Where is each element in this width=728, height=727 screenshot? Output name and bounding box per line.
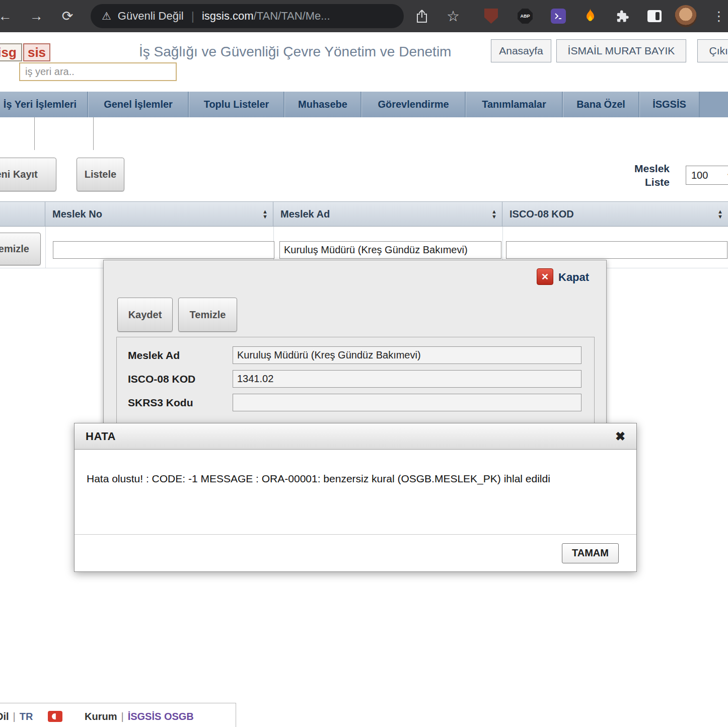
extensions-puzzle-icon[interactable] (615, 9, 629, 23)
nav-item-gorevlendirme[interactable]: Görevlendirme (361, 92, 466, 117)
error-message: Hata olustu! : CODE: -1 MESSAGE : ORA-00… (87, 473, 550, 484)
field-input-meslek-ad[interactable] (233, 346, 581, 364)
terminal-extension-icon[interactable] (551, 9, 566, 24)
page-size-value: 100 (691, 170, 708, 181)
field-label-meslek-ad: Meslek Ad (128, 349, 180, 361)
submenu-divider-right (93, 117, 94, 150)
nav-item-isgsis[interactable]: İSGSİS (639, 92, 700, 117)
error-dialog: HATA ✖ Hata olustu! : CODE: -1 MESSAGE :… (74, 423, 637, 572)
address-separator: | (191, 9, 194, 23)
url-domain[interactable]: isgsis.com (202, 10, 254, 23)
share-icon[interactable] (412, 0, 432, 32)
side-panel-icon[interactable] (647, 10, 662, 22)
workplace-search-input[interactable] (19, 62, 177, 81)
count-label-line2: Liste (645, 176, 670, 188)
save-button[interactable]: Kaydet (117, 298, 173, 332)
clear-button[interactable]: Temizle (178, 298, 237, 332)
column-label: Meslek No (52, 208, 102, 220)
page-title: İş Sağlığı ve Güvenliği Çevre Yönetim ve… (139, 44, 451, 60)
nav-item-bana-ozel[interactable]: Bana Özel (563, 92, 639, 117)
browser-toolbar: ← → ⟳ ⚠ Güvenli Değil | isgsis.com/TAN/T… (0, 0, 728, 32)
new-record-button[interactable]: Yeni Kayıt (0, 158, 56, 191)
error-dialog-title: HATA (86, 430, 116, 443)
adblock-plus-extension-icon[interactable]: ABP (518, 9, 533, 24)
table-header-meslek-ad[interactable]: Meslek Ad ▲▼ (273, 202, 502, 226)
sort-icon[interactable]: ▲▼ (262, 209, 268, 219)
language-value[interactable]: TR (20, 711, 33, 722)
main-nav: İş Yeri İşlemleri Genel İşlemler Toplu L… (0, 92, 728, 117)
reload-icon[interactable]: ⟳ (57, 0, 78, 32)
filter-meslek-no-input[interactable] (53, 241, 274, 259)
error-dialog-footer: TAMAM (75, 534, 636, 571)
not-secure-warning-icon: ⚠ (102, 10, 111, 22)
browser-menu-icon[interactable]: ⋮ (710, 0, 728, 32)
meslek-liste-label: Meslek Liste (612, 162, 670, 189)
column-label: Meslek Ad (280, 208, 330, 220)
org-label: Kurum (85, 711, 117, 722)
field-label-skrs3: SKRS3 Kodu (128, 397, 193, 409)
error-ok-button[interactable]: TAMAM (562, 543, 619, 563)
error-dialog-body: Hata olustu! : CODE: -1 MESSAGE : ORA-00… (75, 450, 636, 534)
footer-organization: Kurum|İSGSİS OSGB (85, 711, 194, 722)
nav-item-tanimlamalar[interactable]: Tanımlamalar (466, 92, 563, 117)
nav-item-muhasebe[interactable]: Muhasebe (284, 92, 361, 117)
nav-item-toplu-listeler[interactable]: Toplu Listeler (189, 92, 284, 117)
user-button[interactable]: İSMAİL MURAT BAYIK (556, 39, 686, 62)
profile-avatar[interactable] (675, 5, 697, 27)
error-dialog-close-icon[interactable]: ✖ (615, 429, 625, 444)
screen: ← → ⟳ ⚠ Güvenli Değil | isgsis.com/TAN/T… (0, 0, 728, 727)
url-path[interactable]: /TAN/TAN/Me... (254, 10, 330, 23)
forward-icon[interactable]: → (26, 0, 46, 32)
table-header: Meslek No ▲▼ Meslek Ad ▲▼ ISCO-08 KOD ▲▼ (0, 201, 728, 227)
filter-clear-button[interactable]: Temizle (0, 233, 41, 265)
security-status-label[interactable]: Güvenli Değil (118, 10, 184, 23)
table-header-meslek-no[interactable]: Meslek No ▲▼ (45, 202, 273, 226)
error-dialog-header: HATA ✖ (75, 423, 636, 450)
footer-language: Dil|TR (0, 711, 33, 722)
ublock-extension-icon[interactable] (484, 9, 498, 24)
nav-item-genel-islemler[interactable]: Genel İşlemler (88, 92, 189, 117)
logo-sis: sis (23, 43, 50, 61)
table-header-actions (0, 202, 45, 226)
modal-close-label[interactable]: Kapat (558, 271, 589, 284)
submenu-divider-left (34, 117, 35, 150)
list-button[interactable]: Listele (77, 158, 124, 191)
table-header-isco-kod[interactable]: ISCO-08 KOD ▲▼ (502, 202, 728, 226)
nav-item-is-yeri-islemleri[interactable]: İş Yeri İşlemleri (0, 92, 88, 117)
page-size-select[interactable]: 100 ▾ (686, 166, 728, 185)
filter-isco-input[interactable] (506, 241, 727, 259)
flame-extension-icon[interactable] (584, 8, 596, 23)
sort-icon[interactable]: ▲▼ (717, 209, 723, 219)
field-input-skrs3[interactable] (233, 394, 581, 411)
modal-close-icon[interactable]: ✕ (537, 268, 553, 285)
turkish-flag-icon[interactable] (48, 711, 62, 722)
count-label-line1: Meslek (634, 163, 670, 174)
footer-divider-vertical (236, 703, 236, 727)
logo-isg: isg (0, 43, 22, 61)
language-label: Dil (0, 711, 9, 722)
column-label: ISCO-08 KOD (509, 208, 574, 220)
address-bar[interactable]: ⚠ Güvenli Değil | isgsis.com/TAN/TAN/Me.… (91, 4, 404, 28)
filter-meslek-ad-input[interactable] (279, 241, 501, 259)
org-value[interactable]: İSGSİS OSGB (128, 711, 194, 722)
field-input-isco-kod[interactable] (233, 370, 581, 388)
logout-button[interactable]: Çıkış (697, 39, 728, 62)
home-button[interactable]: Anasayfa (491, 39, 551, 62)
field-label-isco-kod: ISCO-08 KOD (128, 373, 195, 385)
sort-icon[interactable]: ▲▼ (491, 209, 497, 219)
back-icon[interactable]: ← (0, 0, 15, 32)
bookmark-star-icon[interactable]: ☆ (443, 0, 463, 32)
footer-divider-horizontal (0, 703, 236, 703)
